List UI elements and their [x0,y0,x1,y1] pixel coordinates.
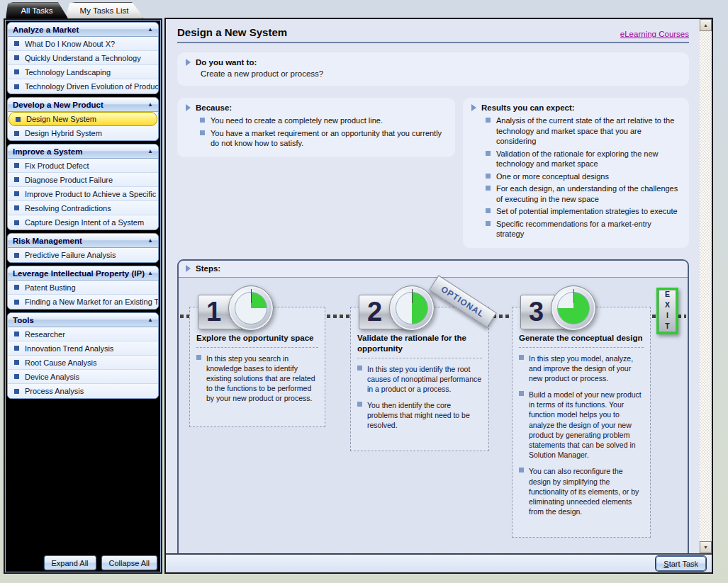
bullet-text: You need to create a completely new prod… [211,115,383,126]
step-title: Explore the opportunity space [196,333,318,348]
sidebar-section-header[interactable]: Leverage Intellectual Property (IP)▲ [8,266,158,281]
sidebar-section-header[interactable]: Risk Management▲ [8,234,158,248]
collapse-arrow-icon[interactable]: ▲ [147,101,153,108]
sidebar-item-label: Finding a New Market for an Existing T..… [25,298,158,306]
square-bullet-icon [14,360,19,365]
sidebar-item[interactable]: What Do I Know About X? [8,37,158,51]
scrollbar-down-button[interactable]: ▼ [700,541,712,553]
bullet-text: In this step you identify the root cause… [367,364,482,395]
page-title: Design a New System [177,26,287,38]
tab-my-tasks-list[interactable]: My Tasks List [65,2,143,18]
square-bullet-icon [14,285,19,290]
sidebar-item-label: Device Analysis [25,373,79,381]
sidebar-section: Analyze a Market▲What Do I Know About X?… [7,22,159,94]
sidebar-item-label: Technology Landscaping [25,68,111,77]
do-you-want-box: Do you want to: Create a new product or … [177,52,689,86]
bullet-text: Set of potential implementation strategi… [496,206,678,217]
square-bullet-icon [357,402,362,407]
collapse-arrow-icon[interactable]: ▲ [147,26,153,33]
sidebar-item[interactable]: Predictive Failure Analysis [8,248,158,262]
bullet-text: Build a model of your new product in ter… [529,390,644,460]
sidebar-item[interactable]: Design Hybrid System [8,126,158,140]
sidebar-section-header[interactable]: Analyze a Market▲ [8,23,158,37]
bullet-text: You have a market requirement or an oppo… [211,128,447,149]
square-bullet-icon [486,118,491,123]
sidebar-item[interactable]: Innovation Trend Analysis [8,341,158,356]
bullet-text: For each design, an understanding of the… [496,183,681,204]
title-divider [177,42,689,43]
steps-panel: Steps: EXIT Explore the opportunity spac… [177,259,689,553]
sidebar-item[interactable]: Diagnose Product Failure [8,173,158,187]
square-bullet-icon [14,69,19,74]
sidebar-item-label: Technology Driven Evolution of Product [25,82,158,91]
collapse-arrow-icon[interactable]: ▲ [147,237,153,244]
sidebar-section-header[interactable]: Improve a System▲ [8,145,158,159]
sidebar-item[interactable]: Design New System [9,112,157,126]
square-bullet-icon [486,221,491,226]
square-bullet-icon [14,84,19,89]
step-bullet-list: In this step you search in knowledge bas… [196,353,318,404]
title-row: Design a New System eLearning Courses [177,26,689,38]
results-item: Analysis of the current state of the art… [486,115,681,147]
results-item: Set of potential implementation strategi… [486,206,681,217]
results-item: Validation of the rationale for explorin… [486,149,681,169]
square-bullet-icon [14,389,19,394]
square-bullet-icon [14,177,19,182]
sidebar-item[interactable]: Technology Driven Evolution of Product [8,79,158,94]
collapse-all-button[interactable]: Collapse All [101,555,157,570]
tab-all-tasks[interactable]: All Tasks [6,2,68,18]
square-bullet-icon [200,130,205,135]
results-box: Results you can expect: Analysis of the … [463,98,689,248]
step-bullet: In this step you search in knowledge bas… [196,353,318,404]
step-bullet: Build a model of your new product in ter… [519,390,644,460]
triangle-bullet-icon [186,265,191,272]
sidebar-item[interactable]: Resolving Contradictions [8,201,158,215]
sidebar-item-label: Innovation Trend Analysis [25,344,113,353]
results-heading: Results you can expect: [471,103,681,112]
sidebar-item[interactable]: Root Cause Analysis [8,356,158,370]
sidebar-item[interactable]: Patent Busting [8,281,158,295]
step-progress-clock-icon [228,285,274,331]
sidebar-section: Improve a System▲Fix Product DefectDiagn… [7,144,159,230]
results-item: Specific recommendations for a market-en… [486,219,681,239]
square-bullet-icon [14,253,19,258]
square-bullet-icon [14,205,19,210]
sidebar-item[interactable]: Device Analysis [8,370,158,384]
collapse-arrow-icon[interactable]: ▲ [147,317,153,323]
square-bullet-icon [200,118,205,123]
sidebar-item[interactable]: Improve Product to Achieve a Specific .. [8,187,158,201]
step-progress-clock-icon [389,285,435,331]
sidebar-item[interactable]: Process Analysis [8,384,158,398]
bullet-text: Analysis of the current state of the art… [496,115,681,147]
start-task-button[interactable]: Start Task [656,556,706,571]
sidebar-item[interactable]: Finding a New Market for an Existing T..… [8,295,158,309]
bullet-text: You then identify the core problems that… [367,400,482,431]
sidebar-item-label: Design New System [26,115,96,123]
sidebar-item[interactable]: Capture Design Intent of a System [8,215,158,230]
square-bullet-icon [14,191,19,196]
collapse-arrow-icon[interactable]: ▲ [147,148,153,154]
clock-hand [412,289,413,303]
elearning-courses-link[interactable]: eLearning Courses [620,30,689,38]
sidebar-section-header[interactable]: Develop a New Product▲ [8,98,158,112]
expand-all-button[interactable]: Expand All [44,555,96,570]
square-bullet-icon [519,391,524,396]
scrollbar-up-button[interactable]: ▲ [700,19,712,31]
sidebar-item-label: Fix Product Defect [25,162,89,170]
vertical-scrollbar[interactable]: ▲ ▼ [700,19,712,553]
sidebar-item-label: Diagnose Product Failure [25,176,113,184]
because-item: You need to create a completely new prod… [200,115,447,126]
sidebar-item[interactable]: Fix Product Defect [8,159,158,173]
because-heading: Because: [186,103,447,112]
sidebar-section-header[interactable]: Tools▲ [8,313,158,327]
sidebar-section-title: Risk Management [13,237,82,245]
sidebar-item-label: What Do I Know About X? [25,40,115,48]
collapse-arrow-icon[interactable]: ▲ [147,270,153,276]
sidebar-item[interactable]: Researcher [8,327,158,341]
square-bullet-icon [486,151,491,156]
square-bullet-icon [14,131,19,136]
tab-all-tasks-label: All Tasks [21,6,52,15]
sidebar-item[interactable]: Quickly Understand a Technology [8,51,158,65]
square-bullet-icon [357,366,362,370]
sidebar-item[interactable]: Technology Landscaping [8,65,158,79]
